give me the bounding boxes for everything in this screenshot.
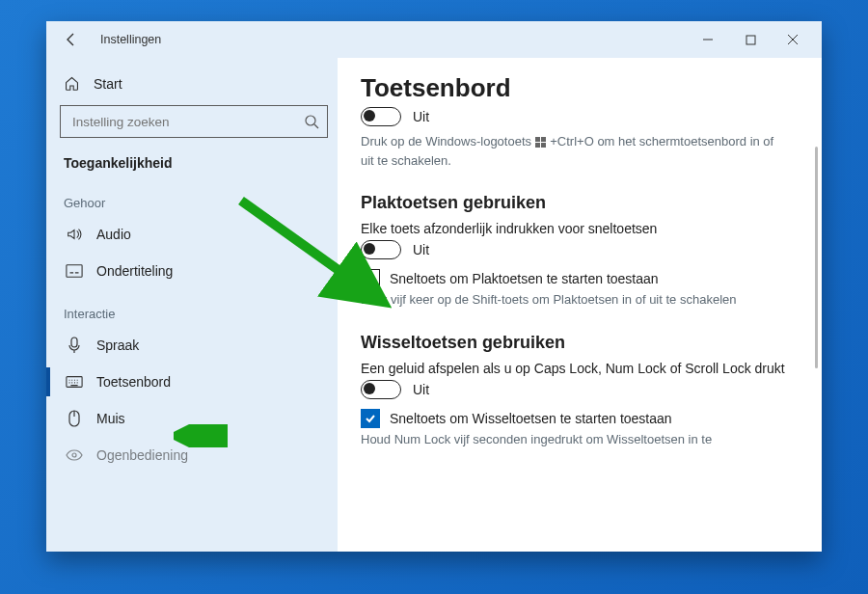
svg-rect-3 [71,338,77,347]
search-icon [304,114,319,129]
togglekeys-description: Een geluid afspelen als u op Caps Lock, … [361,361,799,376]
home-icon [64,75,80,92]
search-box[interactable] [60,105,328,138]
svg-rect-2 [67,265,82,278]
sidebar-item-spraak[interactable]: Spraak [60,327,328,364]
togglekeys-hint: Houd Num Lock vijf seconden ingedrukt om… [361,430,775,449]
scrollbar[interactable] [815,147,818,368]
osk-toggle[interactable] [361,107,401,126]
togglekeys-shortcut-checkbox[interactable] [361,409,380,428]
sticky-toggle[interactable] [361,240,401,259]
svg-rect-9 [535,143,540,148]
settings-window: Instellingen Start [46,21,822,552]
keyboard-icon [66,375,83,389]
close-button[interactable] [772,24,814,55]
sidebar-item-muis[interactable]: Muis [60,400,328,437]
eye-icon [66,449,83,461]
togglekeys-shortcut-label: Sneltoets om Wisseltoetsen te starten to… [390,411,672,426]
maximize-icon [746,35,756,45]
sticky-description: Elke toets afzonderlijk indrukken voor s… [361,221,799,236]
osk-toggle-state: Uit [413,109,429,124]
svg-rect-0 [746,36,755,44]
sidebar-home-label: Start [94,76,122,92]
osk-description: Druk op de Windows-logotoets +Ctrl+O om … [361,132,775,170]
sidebar-category[interactable]: Toegankelijkheid [60,138,328,178]
togglekeys-toggle-state: Uit [413,382,429,397]
sidebar-home[interactable]: Start [60,69,328,105]
microphone-icon [68,337,81,354]
sidebar-item-oogbediening[interactable]: Ogenbediening [60,437,328,473]
windows-logo-icon [535,137,547,148]
sidebar-group-interactie: Interactie [60,289,328,327]
check-icon [365,413,376,424]
sidebar-item-toetsenbord[interactable]: Toetsenbord [60,364,328,400]
window-title: Instellingen [100,33,161,46]
togglekeys-toggle[interactable] [361,380,401,399]
main-pane: Toetsenbord Uit Druk op de Windows-logot… [338,58,822,552]
svg-rect-7 [535,137,540,142]
minimize-button[interactable] [687,24,729,55]
sidebar-item-label: Audio [96,227,131,242]
speaker-icon [66,226,83,243]
back-button[interactable] [60,28,83,51]
sidebar-item-ondertiteling[interactable]: Ondertiteling [60,253,328,289]
minimize-icon [702,34,714,45]
cc-icon [66,263,83,279]
sidebar-item-label: Toetsenbord [96,374,171,390]
sidebar-item-label: Ogenbediening [96,447,188,463]
section-sticky-title: Plaktoetsen gebruiken [361,193,799,213]
arrow-left-icon [64,32,79,47]
svg-point-6 [72,453,76,457]
sidebar-item-label: Spraak [96,338,139,353]
sticky-toggle-state: Uit [413,242,429,257]
titlebar: Instellingen [46,21,822,58]
sidebar-item-label: Muis [96,411,125,426]
sticky-shortcut-label: Sneltoets om Plaktoetsen te starten toes… [390,271,659,286]
maximize-button[interactable] [729,24,772,55]
search-input[interactable] [70,114,304,130]
sticky-hint: Druk vijf keer op de Shift-toets om Plak… [361,290,775,310]
sidebar-group-gehoor: Gehoor [60,178,328,216]
section-toggle-title: Wisseltoetsen gebruiken [361,333,799,353]
sidebar-item-audio[interactable]: Audio [60,216,328,253]
sticky-shortcut-checkbox[interactable] [361,269,380,288]
sidebar: Start Toegankelijkheid Gehoor Audio Onde… [46,58,338,552]
sidebar-item-label: Ondertiteling [96,263,173,279]
svg-rect-10 [541,143,546,148]
close-icon [787,34,799,45]
page-title: Toetsenbord [361,73,799,103]
svg-point-1 [306,116,315,125]
svg-rect-8 [541,137,546,142]
mouse-icon [68,410,81,427]
